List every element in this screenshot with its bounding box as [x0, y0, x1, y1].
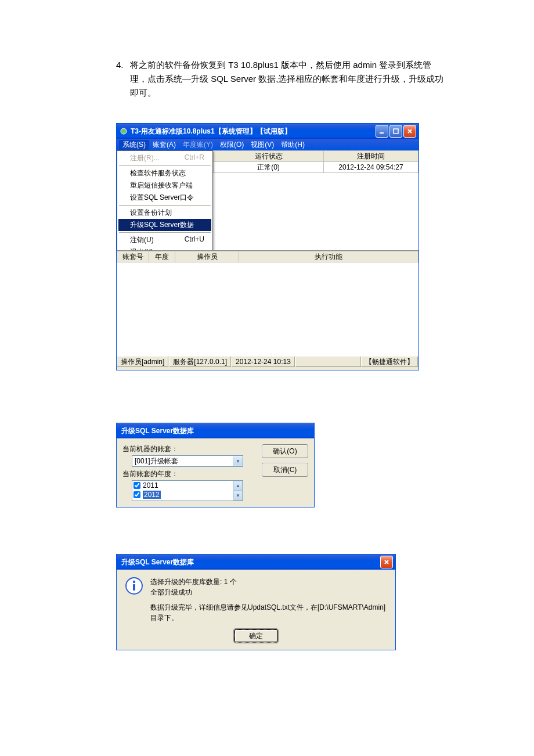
instruction-text: 4. 将之前的软件备份恢复到 T3 10.8plus1 版本中，然后使用 adm…: [116, 58, 447, 100]
upgrade-dialog: 升级SQL Server数据库 当前机器的账套： [001]升级帐套 ▼ 当前账…: [116, 423, 315, 507]
window-body: 站点 运行状态 注册时间 UHUI 正常(0) 2012-12-24 09:54…: [117, 150, 418, 370]
svg-point-0: [121, 128, 127, 134]
menu-permission[interactable]: 权限(O): [217, 140, 247, 150]
app-icon: [119, 127, 128, 136]
cell-regtime: 2012-12-24 09:54:27: [324, 162, 418, 173]
account-combo[interactable]: [001]升级帐套 ▼: [132, 455, 243, 467]
menu-register[interactable]: 注册(R)... Ctrl+R: [118, 152, 211, 164]
menu-help[interactable]: 帮助(H): [277, 140, 308, 150]
msg-line3: 数据升级完毕，详细信息请参见UpdatSQL.txt文件，在[D:\UFSMAR…: [150, 602, 387, 623]
col-year[interactable]: 年度: [149, 251, 175, 262]
msgbox-title: 升级SQL Server数据库: [119, 557, 380, 567]
svg-rect-5: [133, 584, 135, 591]
col-operator[interactable]: 操作员: [175, 251, 239, 262]
year-item-2011[interactable]: 2011: [132, 481, 243, 490]
col-acctno[interactable]: 账套号: [117, 251, 149, 262]
status-brand: 【畅捷通软件】: [361, 357, 418, 367]
chevron-down-icon[interactable]: ▼: [233, 456, 243, 466]
menu-set-sql-pwd[interactable]: 设置SQL Server口令: [118, 192, 211, 204]
menu-separator: [119, 165, 211, 166]
label-account: 当前机器的账套：: [122, 444, 256, 454]
menu-set-backup[interactable]: 设置备份计划: [118, 207, 211, 219]
label-year: 当前账套的年度：: [122, 469, 256, 479]
menubar: 系统(S) 账套(A) 年度账(Y) 权限(O) 视图(V) 帮助(H): [117, 139, 418, 150]
menu-view[interactable]: 视图(V): [247, 140, 277, 150]
msgbox-titlebar[interactable]: 升级SQL Server数据库: [117, 555, 395, 570]
ok-button[interactable]: 确认(O): [262, 444, 308, 458]
msg-line2: 全部升级成功: [150, 587, 387, 597]
year-listbox[interactable]: 2011 2012 ▲ ▼: [132, 480, 243, 501]
main-window: T3-用友通标准版10.8plus1【系统管理】【试用版】 系统(S) 账套(A…: [116, 123, 419, 370]
dialog-title: 升级SQL Server数据库: [119, 426, 312, 436]
col-status[interactable]: 运行状态: [214, 151, 324, 162]
statusbar: 操作员[admin] 服务器[127.0.0.1] 2012-12-24 10:…: [117, 355, 418, 368]
dialog-titlebar[interactable]: 升级SQL Server数据库: [117, 423, 314, 438]
ok-button[interactable]: 确定: [234, 629, 278, 643]
status-operator: 操作员[admin]: [117, 357, 168, 367]
window-title: T3-用友通标准版10.8plus1【系统管理】【试用版】: [131, 127, 376, 136]
year-checkbox[interactable]: [134, 482, 140, 489]
instruction-number: 4.: [116, 58, 130, 100]
scroll-up-icon[interactable]: ▲: [233, 481, 243, 491]
menu-check-service[interactable]: 检查软件服务状态: [118, 167, 211, 179]
menu-exit[interactable]: 退出(X): [118, 246, 211, 251]
menu-account[interactable]: 账套(A): [149, 140, 179, 150]
menu-upgrade-sql[interactable]: 升级SQL Server数据: [118, 219, 211, 231]
msgbox-text: 选择升级的年度库数量: 1 个 全部升级成功 数据升级完毕，详细信息请参见Upd…: [150, 577, 387, 623]
close-button[interactable]: [380, 556, 393, 568]
titlebar[interactable]: T3-用友通标准版10.8plus1【系统管理】【试用版】: [117, 124, 418, 139]
svg-point-4: [133, 581, 135, 583]
year-item-2012[interactable]: 2012: [132, 490, 243, 499]
system-menu-dropdown: 注册(R)... Ctrl+R 检查软件服务状态 重启短信接收客户端 设置SQL…: [117, 150, 213, 251]
year-checkbox[interactable]: [134, 491, 140, 498]
maximize-button[interactable]: [389, 125, 402, 138]
menu-year[interactable]: 年度账(Y): [179, 140, 217, 150]
svg-rect-2: [394, 129, 398, 134]
menu-separator: [119, 232, 211, 233]
tasks-table: 账套号 年度 操作员 执行功能: [117, 251, 418, 262]
instruction-body: 将之前的软件备份恢复到 T3 10.8plus1 版本中，然后使用 admin …: [130, 58, 447, 100]
account-combo-value: [001]升级帐套: [132, 456, 233, 466]
info-icon: [125, 577, 143, 595]
col-function[interactable]: 执行功能: [239, 251, 418, 262]
scrollbar[interactable]: ▲ ▼: [233, 481, 243, 501]
status-server: 服务器[127.0.0.1]: [169, 357, 231, 367]
menu-separator: [119, 205, 211, 206]
msg-line1: 选择升级的年度库数量: 1 个: [150, 577, 387, 587]
menu-restart-sms[interactable]: 重启短信接收客户端: [118, 179, 211, 192]
svg-rect-1: [380, 132, 384, 134]
menu-system[interactable]: 系统(S): [119, 140, 149, 150]
scroll-down-icon[interactable]: ▼: [233, 491, 243, 501]
cell-status: 正常(0): [214, 162, 324, 173]
messagebox: 升级SQL Server数据库 选择升级的年度库数量: 1 个 全部升级成功 数…: [116, 554, 396, 650]
cancel-button[interactable]: 取消(C): [262, 463, 308, 477]
close-button[interactable]: [403, 125, 416, 138]
status-datetime: 2012-12-24 10:13: [232, 357, 295, 367]
menu-logout[interactable]: 注销(U) Ctrl+U: [118, 234, 211, 246]
col-regtime[interactable]: 注册时间: [324, 151, 418, 162]
minimize-button[interactable]: [376, 125, 388, 138]
